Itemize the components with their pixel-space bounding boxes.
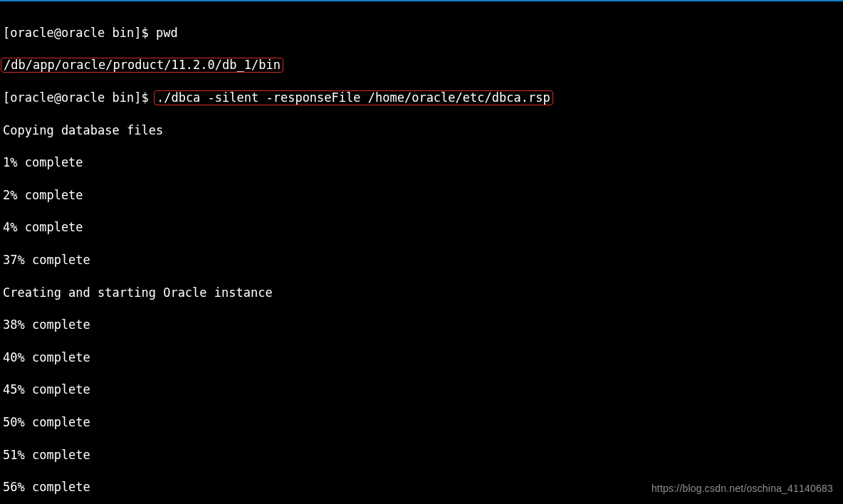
- terminal-line: /db/app/oracle/product/11.2.0/db_1/bin: [3, 57, 840, 73]
- terminal-line: 38% complete: [3, 317, 840, 333]
- terminal-line: 2% complete: [3, 187, 840, 204]
- shell-prompt: [oracle@oracle bin]$: [3, 90, 156, 105]
- terminal-line: 40% complete: [3, 350, 840, 366]
- terminal-line: Copying database files: [3, 122, 840, 139]
- highlight-pwd-output: /db/app/oracle/product/11.2.0/db_1/bin: [1, 58, 283, 73]
- terminal-line: [oracle@oracle bin]$ ./dbca -silent -res…: [3, 90, 840, 106]
- terminal-line: 51% complete: [3, 447, 840, 463]
- terminal-line: 45% complete: [3, 382, 840, 398]
- watermark-text: https://blog.csdn.net/oschina_41140683: [651, 483, 833, 494]
- terminal-line: Creating and starting Oracle instance: [3, 285, 840, 301]
- terminal-line: 1% complete: [3, 154, 840, 171]
- terminal-line: 4% complete: [3, 219, 840, 236]
- terminal-line: 37% complete: [3, 252, 840, 268]
- shell-prompt: [oracle@oracle bin]$: [3, 26, 156, 40]
- terminal-output[interactable]: [oracle@oracle bin]$ pwd /db/app/oracle/…: [0, 1, 843, 504]
- terminal-line: [oracle@oracle bin]$ pwd: [3, 25, 840, 41]
- highlight-dbca-cmd: ./dbca -silent -responseFile /home/oracl…: [154, 90, 553, 105]
- cmd-pwd: pwd: [156, 26, 178, 40]
- terminal-line: 50% complete: [3, 414, 840, 431]
